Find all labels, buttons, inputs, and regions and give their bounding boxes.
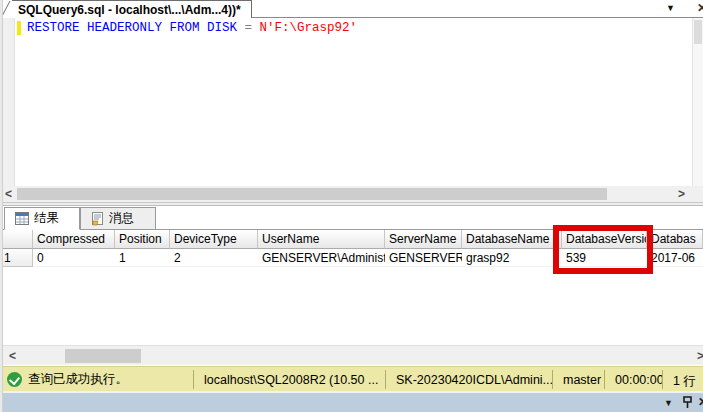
- grid-horizontal-scrollbar[interactable]: < >: [0, 345, 703, 365]
- grid-scroll-right-arrow-icon[interactable]: >: [692, 346, 703, 365]
- status-message: 查询已成功执行。: [28, 371, 193, 388]
- results-panel: 结果 消息 Compressed Position DeviceType Use…: [0, 206, 703, 366]
- close-document-icon[interactable]: ✕: [697, 1, 703, 15]
- query-text-line[interactable]: RESTORE HEADERONLY FROM DISK = N'F:\Gras…: [27, 21, 357, 35]
- tab-results[interactable]: 结果: [4, 207, 80, 230]
- sql-string-literal: N'F:\Grasp92': [260, 21, 358, 35]
- grid-scroll-thumb[interactable]: [65, 349, 141, 363]
- pin-icon[interactable]: [682, 396, 693, 412]
- grid-header-row: Compressed Position DeviceType UserName …: [0, 230, 703, 249]
- status-bar: 查询已成功执行。 localhost\SQL2008R2 (10.50 ... …: [0, 366, 703, 391]
- row-number-cell[interactable]: 1: [0, 249, 33, 267]
- messages-icon: [91, 212, 104, 226]
- grid-scroll-left-arrow-icon[interactable]: <: [4, 346, 21, 365]
- results-grid-icon: [15, 212, 29, 225]
- status-login-user: SK-20230420ICDL\Admini...: [385, 370, 552, 389]
- query-success-icon: [7, 372, 22, 387]
- cell-databasecreation[interactable]: 2017-06: [647, 249, 703, 267]
- panel-dropdown-icon[interactable]: ▼: [664, 398, 673, 408]
- active-files-dropdown-icon[interactable]: ▼: [666, 3, 675, 13]
- panel-close-icon[interactable]: ✕: [698, 395, 703, 409]
- cell-servername[interactable]: GENSERVER: [385, 249, 462, 267]
- column-header-username[interactable]: UserName: [258, 230, 385, 249]
- ssms-window: SQLQuery6.sql - localhost\...\Adm...4))*…: [0, 0, 703, 412]
- column-header-databasecreation[interactable]: Databas: [647, 230, 703, 249]
- cell-compressed[interactable]: 0: [33, 249, 115, 267]
- column-header-position[interactable]: Position: [115, 230, 170, 249]
- docked-panel-strip: ▼ ✕: [0, 391, 703, 412]
- tab-title: SQLQuery6.sql - localhost\...\Adm...4))*: [18, 3, 241, 17]
- status-current-database: master: [552, 370, 604, 389]
- document-tab-bar: SQLQuery6.sql - localhost\...\Adm...4))*…: [0, 0, 703, 18]
- tab-messages-label: 消息: [109, 210, 134, 227]
- window-left-edge: [0, 0, 3, 412]
- horizontal-scroll-thumb[interactable]: [17, 188, 607, 200]
- column-header-corner[interactable]: [0, 230, 33, 249]
- cell-username[interactable]: GENSERVER\Administrator: [258, 249, 385, 267]
- column-header-compressed[interactable]: Compressed: [33, 230, 115, 249]
- status-server-instance: localhost\SQL2008R2 (10.50 ...: [193, 370, 385, 389]
- cell-databaseversion[interactable]: 539: [562, 249, 647, 267]
- changed-line-indicator: [17, 21, 21, 35]
- scroll-right-arrow-icon[interactable]: >: [673, 186, 690, 202]
- vertical-scroll-thumb[interactable]: [694, 20, 702, 44]
- column-header-databaseversion[interactable]: DatabaseVersion: [562, 230, 647, 249]
- sql-keywords: RESTORE HEADERONLY FROM DISK: [27, 21, 237, 35]
- table-row: 1 0 1 2 GENSERVER\Administrator GENSERVE…: [0, 249, 703, 267]
- column-header-databasename[interactable]: DatabaseName: [462, 230, 562, 249]
- tab-sqlquery6[interactable]: SQLQuery6.sql - localhost\...\Adm...4))*: [12, 0, 252, 18]
- column-header-devicetype[interactable]: DeviceType: [170, 230, 258, 249]
- editor-horizontal-scrollbar[interactable]: < >: [0, 186, 690, 202]
- tab-results-label: 结果: [34, 210, 59, 227]
- sql-operator: =: [237, 21, 260, 35]
- cell-devicetype[interactable]: 2: [170, 249, 258, 267]
- cell-databasename[interactable]: grasp92: [462, 249, 562, 267]
- editor-vertical-scrollbar[interactable]: [692, 18, 703, 186]
- column-header-servername[interactable]: ServerName: [385, 230, 462, 249]
- tab-messages[interactable]: 消息: [80, 207, 156, 230]
- cell-position[interactable]: 1: [115, 249, 170, 267]
- scrollbar-corner: [690, 186, 703, 202]
- query-editor[interactable]: RESTORE HEADERONLY FROM DISK = N'F:\Gras…: [0, 18, 703, 186]
- results-tab-strip: 结果 消息: [0, 206, 703, 230]
- status-row-count: 1 行: [662, 370, 703, 389]
- status-elapsed-time: 00:00:00: [604, 370, 662, 389]
- results-grid: Compressed Position DeviceType UserName …: [0, 230, 703, 345]
